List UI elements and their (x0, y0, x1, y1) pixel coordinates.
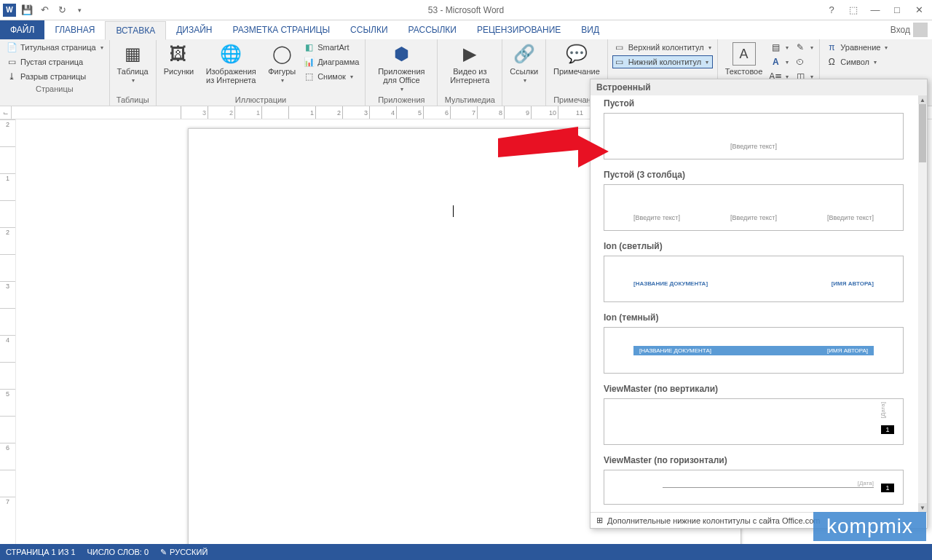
tab-home[interactable]: ГЛАВНАЯ (44, 20, 105, 39)
video-button[interactable]: ▶Видео из Интернета (442, 41, 497, 86)
undo-icon[interactable]: ↶ (38, 4, 51, 17)
blank-page-button[interactable]: ▭Пустая страница (4, 55, 105, 68)
pictures-label: Рисунки (164, 67, 194, 76)
signature-button[interactable]: ✎ (793, 41, 815, 54)
ruler-mark (0, 470, 15, 497)
scroll-up-icon[interactable]: ▲ (918, 95, 927, 104)
avatar-icon (913, 23, 928, 37)
ruler-mark: 6 (0, 443, 15, 470)
group-media: ▶Видео из Интернета Мультимедиа (438, 39, 502, 106)
tab-file[interactable]: ФАЙЛ (0, 20, 44, 39)
tab-references[interactable]: ССЫЛКИ (340, 20, 398, 39)
window-buttons: ? ⬚ — □ ✕ (823, 3, 932, 17)
status-page[interactable]: СТРАНИЦА 1 ИЗ 1 (6, 548, 76, 556)
tab-design[interactable]: ДИЗАЙН (166, 20, 222, 39)
office-icon: ⊞ (596, 516, 603, 525)
header-button[interactable]: ▭Верхний колонтитул (612, 41, 713, 54)
equation-label: Уравнение (840, 43, 880, 52)
gallery-item[interactable]: ViewMaster (по вертикали) [Дата] 1 (591, 381, 917, 452)
pictures-button[interactable]: 🖼Рисунки (161, 41, 197, 77)
group-apps: ⬢Приложения для Office Приложения (366, 39, 438, 106)
apps-button[interactable]: ⬢Приложения для Office (370, 41, 433, 94)
gallery-item[interactable]: Пустой [Введите текст] (591, 95, 917, 167)
table-icon: ▦ (121, 42, 144, 66)
minimize-icon[interactable]: — (866, 3, 884, 17)
gallery-scrollbar[interactable]: ▲ ▼ (918, 95, 927, 512)
ruler-mark: 7 (450, 106, 477, 119)
smartart-button[interactable]: ◧SmartArt (301, 41, 360, 54)
preview-text: [Введите текст] (633, 214, 680, 221)
table-label: Таблица (117, 67, 149, 76)
chart-label: Диаграмма (317, 58, 359, 66)
shapes-button[interactable]: ◯Фигуры (265, 41, 299, 85)
signature-icon: ✎ (794, 42, 806, 53)
gallery-item-label: Пустой (3 столбца) (604, 170, 904, 180)
gallery-preview: [НАЗВАНИЕ ДОКУМЕНТА] [ИМЯ АВТОРА] (604, 256, 904, 302)
gallery-item[interactable]: Ion (темный) [НАЗВАНИЕ ДОКУМЕНТА][ИМЯ АВ… (591, 309, 917, 381)
ruler-mark: 2 (208, 106, 234, 119)
ruler-mark: 2 (315, 106, 342, 119)
table-button[interactable]: ▦Таблица (114, 41, 151, 85)
gallery-preview: [Дата] 1 (604, 470, 904, 505)
page-break-button[interactable]: ⤓Разрыв страницы (4, 70, 105, 83)
ruler-mark: 9 (504, 106, 531, 119)
footer-button[interactable]: ▭Нижний колонтитул (612, 55, 713, 68)
tab-view[interactable]: ВИД (571, 20, 609, 39)
equation-button[interactable]: πУравнение (824, 41, 889, 54)
equation-icon: π (826, 42, 837, 53)
save-icon[interactable]: 💾 (20, 4, 33, 17)
gallery-item-label: Ion (темный) (604, 312, 904, 323)
title-bar: W 💾 ↶ ↻ ▾ 53 - Microsoft Word ? ⬚ — □ ✕ (0, 0, 932, 20)
ruler-mark: 5 (396, 106, 423, 119)
ruler-mark: 11 (558, 106, 585, 119)
redo-icon[interactable]: ↻ (55, 4, 68, 17)
gallery-item-label: Ion (светлый) (604, 241, 904, 251)
screenshot-button[interactable]: ⬚Снимок (301, 70, 360, 83)
cover-page-button[interactable]: 📄Титульная страница (4, 41, 105, 54)
window-title: 53 - Microsoft Word (428, 5, 504, 15)
help-icon[interactable]: ? (823, 3, 840, 17)
gallery-preview: [Дата] 1 (604, 398, 904, 445)
group-tables: ▦Таблица Таблицы (110, 39, 157, 106)
close-icon[interactable]: ✕ (910, 3, 928, 17)
ruler-mark: 3 (342, 106, 369, 119)
quickparts-button[interactable]: ▤ (768, 41, 790, 54)
scroll-thumb[interactable] (919, 104, 926, 162)
datetime-button[interactable]: ⏲ (793, 55, 815, 68)
blank-page-icon: ▭ (6, 56, 17, 68)
tab-mailings[interactable]: РАССЫЛКИ (398, 20, 467, 39)
screenshot-icon: ⬚ (303, 71, 315, 82)
tab-page-layout[interactable]: РАЗМЕТКА СТРАНИЦЫ (223, 20, 341, 39)
status-lang-label: РУССКИЙ (170, 548, 208, 556)
shapes-label: Фигуры (268, 67, 296, 76)
tab-insert[interactable]: ВСТАВКА (105, 21, 166, 40)
wordart-button[interactable]: A (768, 55, 790, 68)
ruler-corner: ⌙ (0, 106, 12, 119)
ribbon-options-icon[interactable]: ⬚ (845, 3, 862, 17)
ruler-vertical: 2 1 2 3 4 5 6 7 (0, 119, 16, 544)
chart-button[interactable]: 📊Диаграмма (301, 55, 360, 68)
preview-text: [Введите текст] (730, 214, 777, 221)
maximize-icon[interactable]: □ (888, 3, 906, 17)
gallery-item[interactable]: Пустой (3 столбца) [Введите текст] [Введ… (591, 167, 917, 238)
tab-review[interactable]: РЕЦЕНЗИРОВАНИЕ (467, 20, 571, 39)
comment-button[interactable]: 💬Примечание (550, 41, 603, 77)
ruler-mark (0, 146, 15, 173)
preview-text: [ИМЯ АВТОРА] (827, 347, 868, 354)
gallery-preview: [НАЗВАНИЕ ДОКУМЕНТА][ИМЯ АВТОРА] (604, 327, 904, 374)
links-button[interactable]: 🔗Ссылки (507, 41, 541, 85)
status-language[interactable]: ✎РУССКИЙ (160, 548, 208, 557)
ruler-mark: 7 (0, 497, 15, 524)
symbol-button[interactable]: ΩСимвол (824, 55, 889, 68)
text-cursor (453, 205, 454, 217)
scroll-down-icon[interactable]: ▼ (918, 503, 927, 512)
gallery-item[interactable]: ViewMaster (по горизонтали) [Дата] 1 (591, 452, 917, 512)
group-illustrations-label: Иллюстрации (161, 94, 361, 106)
qat-customize-icon[interactable]: ▾ (73, 4, 86, 17)
signin-area[interactable]: Вход (890, 20, 932, 39)
gallery-item[interactable]: Ion (светлый) [НАЗВАНИЕ ДОКУМЕНТА] [ИМЯ … (591, 238, 917, 309)
status-wordcount[interactable]: ЧИСЛО СЛОВ: 0 (87, 548, 149, 556)
ruler-mark: 8 (477, 106, 504, 119)
ruler-mark: 3 (181, 106, 208, 119)
online-pictures-button[interactable]: 🌐Изображения из Интернета (200, 41, 262, 86)
